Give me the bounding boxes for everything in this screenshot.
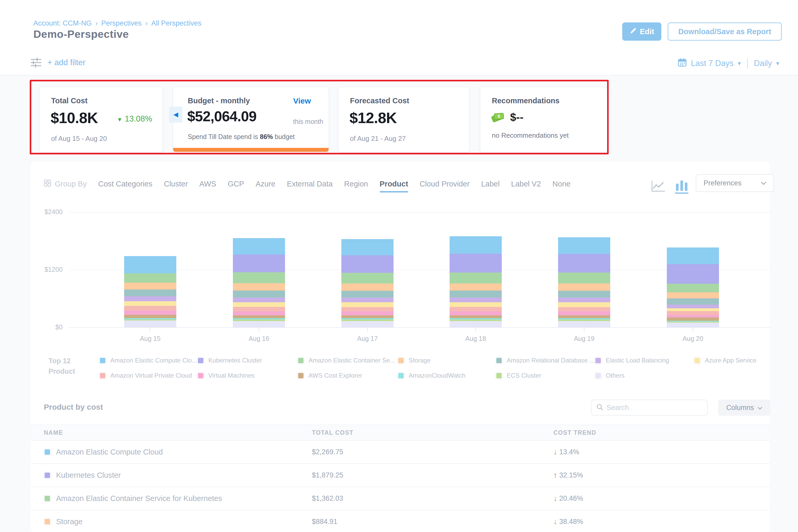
bar-segment[interactable] bbox=[667, 305, 719, 308]
bar-segment[interactable] bbox=[233, 290, 285, 298]
legend-item[interactable]: Virtual Machines bbox=[197, 372, 254, 379]
legend-item[interactable]: Elastic Load Balancing bbox=[594, 357, 669, 364]
add-filter-button[interactable]: + add filter bbox=[48, 58, 86, 67]
table-row[interactable]: Amazon Elastic Compute Cloud$2,269.75↓13… bbox=[31, 441, 770, 464]
bar-segment[interactable] bbox=[124, 289, 176, 296]
group-by-tab-label[interactable]: Label bbox=[481, 180, 500, 188]
table-row[interactable]: Kubernetes Cluster$1,879.25↑32.15% bbox=[31, 464, 770, 487]
stacked-bar-aug-16[interactable] bbox=[233, 238, 285, 327]
group-by-tab-none[interactable]: None bbox=[552, 180, 570, 188]
bar-segment[interactable] bbox=[558, 315, 610, 318]
bar-segment[interactable] bbox=[233, 238, 285, 254]
bar-segment[interactable] bbox=[124, 296, 176, 301]
stacked-bar-aug-20[interactable] bbox=[667, 247, 719, 327]
bar-segment[interactable] bbox=[558, 298, 610, 302]
bar-segment[interactable] bbox=[450, 283, 502, 290]
bar-segment[interactable] bbox=[233, 307, 285, 311]
bar-segment[interactable] bbox=[667, 323, 719, 327]
bar-segment[interactable] bbox=[233, 272, 285, 283]
legend-item[interactable]: Others bbox=[594, 372, 625, 379]
bar-segment[interactable] bbox=[667, 284, 719, 292]
bar-segment[interactable] bbox=[233, 283, 285, 290]
carousel-prev-button[interactable]: ◀ bbox=[169, 107, 183, 122]
breadcrumb-all-perspectives[interactable]: All Perspectives bbox=[151, 19, 201, 27]
bar-segment[interactable] bbox=[558, 302, 610, 307]
granularity-selector[interactable]: Daily bbox=[754, 59, 772, 68]
search-input[interactable] bbox=[607, 404, 695, 412]
bar-chart-icon[interactable] bbox=[675, 179, 688, 194]
bar-segment[interactable] bbox=[450, 315, 502, 318]
bar-segment[interactable] bbox=[341, 273, 394, 283]
bar-segment[interactable] bbox=[450, 307, 502, 311]
bar-segment[interactable] bbox=[450, 236, 502, 254]
legend-item[interactable]: Kubernetes Cluster bbox=[197, 357, 262, 364]
bar-segment[interactable] bbox=[558, 311, 610, 315]
bar-segment[interactable] bbox=[450, 311, 502, 315]
group-by-tab-cost-categories[interactable]: Cost Categories bbox=[98, 180, 153, 188]
stacked-bar-aug-19[interactable] bbox=[558, 237, 610, 327]
bar-segment[interactable] bbox=[233, 302, 285, 307]
bar-segment[interactable] bbox=[341, 311, 394, 315]
edit-button[interactable]: Edit bbox=[622, 22, 661, 41]
chevron-down-icon[interactable]: ▾ bbox=[738, 60, 741, 67]
group-by-tab-azure[interactable]: Azure bbox=[255, 180, 276, 188]
group-by-tab-aws[interactable]: AWS bbox=[199, 180, 216, 188]
bar-segment[interactable] bbox=[667, 315, 719, 317]
bar-segment[interactable] bbox=[124, 283, 176, 289]
bar-segment[interactable] bbox=[450, 290, 502, 298]
bar-segment[interactable] bbox=[341, 315, 394, 318]
bar-segment[interactable] bbox=[558, 291, 610, 298]
group-by-tab-external-data[interactable]: External Data bbox=[287, 180, 333, 188]
legend-item[interactable]: ECS Cluster bbox=[495, 372, 541, 379]
bar-segment[interactable] bbox=[450, 272, 502, 283]
chevron-down-icon[interactable]: ▾ bbox=[776, 60, 779, 67]
group-by-tab-gcp[interactable]: GCP bbox=[228, 180, 244, 188]
bar-segment[interactable] bbox=[233, 254, 285, 272]
bar-segment[interactable] bbox=[124, 306, 176, 310]
bar-segment[interactable] bbox=[124, 310, 176, 315]
date-range-selector[interactable]: Last 7 Days bbox=[691, 59, 734, 68]
bar-segment[interactable] bbox=[558, 272, 610, 283]
filter-sliders-icon[interactable] bbox=[29, 56, 43, 70]
stacked-bar-aug-17[interactable] bbox=[341, 239, 394, 327]
bar-segment[interactable] bbox=[558, 321, 610, 327]
legend-item[interactable]: Amazon Relational Database ... bbox=[495, 357, 595, 364]
legend-item[interactable]: Storage bbox=[397, 357, 431, 364]
bar-segment[interactable] bbox=[124, 273, 176, 283]
legend-item[interactable]: Amazon Elastic Compute Clo... bbox=[99, 357, 197, 364]
bar-segment[interactable] bbox=[341, 291, 394, 298]
legend-item[interactable]: Amazon Elastic Container Se... bbox=[297, 357, 395, 364]
bar-segment[interactable] bbox=[667, 247, 719, 264]
legend-item[interactable]: Azure App Service bbox=[694, 357, 756, 364]
table-row[interactable]: Amazon Elastic Container Service for Kub… bbox=[31, 487, 770, 510]
group-by-tab-cloud-provider[interactable]: Cloud Provider bbox=[420, 180, 470, 188]
download-save-report-button[interactable]: Download/Save as Report bbox=[668, 22, 782, 41]
bar-segment[interactable] bbox=[667, 308, 719, 311]
stacked-bar-aug-18[interactable] bbox=[450, 236, 502, 327]
line-chart-icon[interactable] bbox=[651, 180, 666, 194]
bar-segment[interactable] bbox=[124, 321, 176, 327]
bar-segment[interactable] bbox=[558, 307, 610, 312]
group-by-tab-product[interactable]: Product bbox=[380, 180, 408, 188]
bar-segment[interactable] bbox=[558, 283, 610, 291]
bar-segment[interactable] bbox=[667, 317, 719, 321]
bar-segment[interactable] bbox=[341, 239, 394, 255]
bar-segment[interactable] bbox=[667, 292, 719, 298]
columns-dropdown[interactable]: Columns bbox=[718, 400, 771, 416]
breadcrumb-account[interactable]: Account: CCM-NG bbox=[33, 19, 92, 27]
bar-segment[interactable] bbox=[124, 256, 176, 273]
bar-segment[interactable] bbox=[124, 315, 176, 318]
bar-segment[interactable] bbox=[233, 321, 285, 327]
legend-item[interactable]: AWS Cost Explorer bbox=[297, 372, 362, 379]
bar-segment[interactable] bbox=[450, 302, 502, 307]
bar-segment[interactable] bbox=[558, 237, 610, 254]
bar-segment[interactable] bbox=[233, 298, 285, 302]
bar-segment[interactable] bbox=[667, 311, 719, 315]
table-row[interactable]: Storage$884.91↓38.48% bbox=[31, 510, 770, 532]
bar-segment[interactable] bbox=[667, 264, 719, 284]
bar-segment[interactable] bbox=[341, 255, 394, 272]
legend-item[interactable]: AmazonCloudWatch bbox=[397, 372, 466, 379]
bar-segment[interactable] bbox=[341, 302, 394, 307]
legend-item[interactable]: Amazon Virtual Private Cloud bbox=[99, 372, 192, 379]
group-by-tab-label-v2[interactable]: Label V2 bbox=[511, 180, 541, 188]
